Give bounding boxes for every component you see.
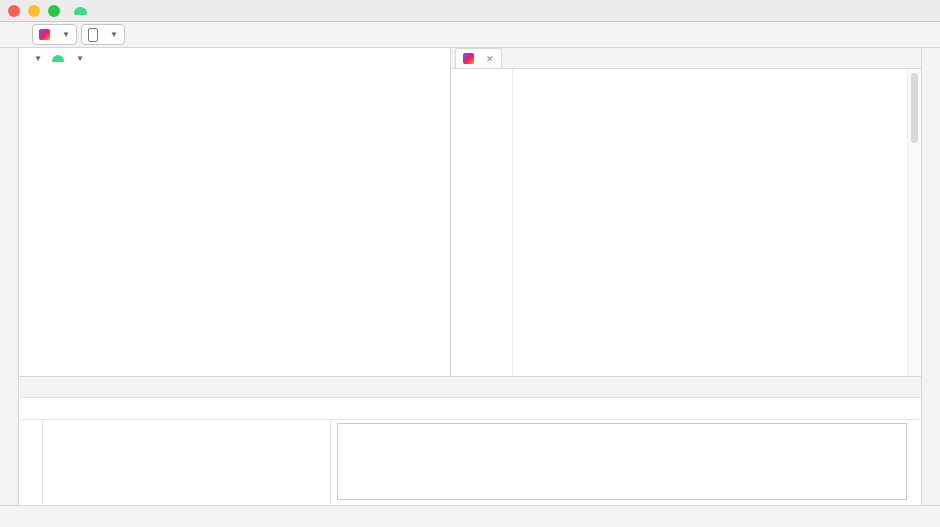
right-tool-stripe (921, 48, 940, 505)
main-toolbar: ▼ ▼ (0, 22, 940, 48)
project-panel-header: ▼ ▼ (19, 48, 450, 69)
run-configuration-select[interactable]: ▼ (32, 24, 77, 45)
changelist-select[interactable]: ▼ (24, 49, 45, 69)
editor-tab-bar: ✕ (451, 48, 921, 69)
device-icon (88, 28, 98, 42)
run-toolbar (19, 398, 921, 420)
zoom-window-button[interactable] (48, 5, 60, 17)
project-tree (19, 70, 450, 376)
status-bar (0, 505, 940, 527)
chevron-down-icon: ▼ (62, 30, 70, 39)
minimize-window-button[interactable] (28, 5, 40, 17)
editor-scrollbar[interactable] (907, 69, 921, 376)
project-view-select[interactable]: ▼ (49, 49, 87, 69)
android-icon (52, 55, 64, 62)
android-studio-icon (74, 7, 87, 15)
run-tool-window (19, 376, 921, 505)
test-results-tree (43, 421, 331, 505)
close-tab-icon[interactable]: ✕ (486, 54, 494, 64)
run-body (19, 421, 921, 505)
left-tool-stripe (0, 48, 19, 505)
close-window-button[interactable] (8, 5, 20, 17)
project-panel: ▼ ▼ (19, 48, 451, 376)
editor-panel: ✕ (451, 48, 921, 376)
title-bar (0, 0, 940, 22)
chevron-down-icon: ▼ (34, 54, 42, 63)
android-studio-window: ▼ ▼ ▼ ▼ (0, 0, 940, 527)
run-side-toolbar (19, 421, 43, 505)
chevron-down-icon: ▼ (76, 54, 84, 63)
chevron-down-icon: ▼ (110, 30, 118, 39)
device-select[interactable]: ▼ (81, 24, 125, 45)
run-config-icon (39, 29, 50, 40)
run-console[interactable] (337, 423, 907, 500)
editor-tab[interactable]: ✕ (455, 48, 502, 68)
code-area[interactable] (451, 69, 908, 376)
run-tab-bar (19, 377, 921, 398)
kotlin-file-icon (463, 53, 474, 64)
